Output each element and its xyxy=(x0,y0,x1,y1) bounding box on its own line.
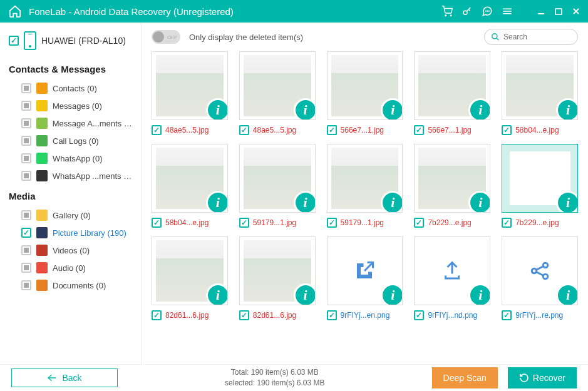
sidebar-item[interactable]: Message A...ments (0) xyxy=(9,114,133,132)
info-badge-icon[interactable]: i xyxy=(556,98,578,120)
thumbnail-card[interactable]: i48ae5...5.jpg xyxy=(239,51,316,135)
chat-icon[interactable] xyxy=(482,6,493,17)
device-checkbox[interactable] xyxy=(9,36,19,46)
thumbnail-checkbox[interactable] xyxy=(327,218,337,228)
info-badge-icon[interactable]: i xyxy=(206,191,228,213)
thumbnail[interactable]: i xyxy=(414,144,490,213)
sidebar-item[interactable]: Contacts (0) xyxy=(9,79,133,97)
sidebar-item[interactable]: Gallery (0) xyxy=(9,206,133,224)
recover-button[interactable]: Recover xyxy=(508,367,577,388)
thumbnail[interactable]: i xyxy=(327,144,403,213)
thumbnail-card[interactable]: i9rFIYj...nd.png xyxy=(414,236,490,320)
search-box[interactable] xyxy=(484,29,578,45)
thumbnail-checkbox[interactable] xyxy=(502,218,512,228)
thumbnail-card[interactable]: i59179...1.jpg xyxy=(239,144,316,228)
thumbnail-checkbox[interactable] xyxy=(414,310,424,320)
thumbnail-card[interactable]: i82d61...6.jpg xyxy=(152,236,228,320)
thumbnail-card[interactable]: i7b229...e.jpg xyxy=(502,144,578,228)
thumbnail[interactable]: i xyxy=(239,236,316,305)
thumbnail-card[interactable]: i9rFIYj...en.png xyxy=(327,236,403,320)
thumbnail[interactable]: i xyxy=(152,144,228,213)
thumbnail-checkbox[interactable] xyxy=(239,125,249,135)
info-badge-icon[interactable]: i xyxy=(468,191,490,213)
thumbnail-checkbox[interactable] xyxy=(502,310,512,320)
info-badge-icon[interactable]: i xyxy=(294,98,316,120)
item-checkbox[interactable] xyxy=(21,245,31,255)
item-checkbox[interactable] xyxy=(21,210,31,220)
cart-icon[interactable] xyxy=(441,6,453,17)
thumbnail-checkbox[interactable] xyxy=(327,125,337,135)
key-icon[interactable] xyxy=(462,6,473,17)
back-button[interactable]: Back xyxy=(11,368,118,387)
menu-icon[interactable] xyxy=(502,6,513,17)
item-checkbox[interactable] xyxy=(21,280,31,290)
thumbnail-card[interactable]: i59179...1.jpg xyxy=(327,144,403,228)
info-badge-icon[interactable]: i xyxy=(206,98,228,120)
maximize-button[interactable] xyxy=(554,7,563,16)
device-row[interactable]: HUAWEI (FRD-AL10) xyxy=(9,29,133,55)
sidebar-item[interactable]: WhatsApp (0) xyxy=(9,150,133,167)
info-badge-icon[interactable]: i xyxy=(556,283,578,305)
info-badge-icon[interactable]: i xyxy=(381,191,403,213)
only-deleted-toggle[interactable]: OFF xyxy=(152,30,180,44)
search-input[interactable] xyxy=(503,33,571,41)
info-badge-icon[interactable]: i xyxy=(206,283,228,305)
item-checkbox[interactable] xyxy=(21,118,31,128)
info-badge-icon[interactable]: i xyxy=(294,283,316,305)
sidebar-item[interactable]: Audio (0) xyxy=(9,259,133,277)
sidebar-item[interactable]: Documents (0) xyxy=(9,277,133,294)
thumbnail[interactable]: i xyxy=(152,236,228,305)
thumbnail[interactable]: i xyxy=(152,51,228,120)
thumbnail[interactable]: i xyxy=(239,51,316,120)
sidebar-item[interactable]: Call Logs (0) xyxy=(9,132,133,150)
thumbnail-card[interactable]: i58b04...e.jpg xyxy=(502,51,578,135)
sidebar-item[interactable]: Messages (0) xyxy=(9,97,133,114)
item-checkbox[interactable] xyxy=(21,171,31,181)
item-checkbox[interactable] xyxy=(21,263,31,273)
thumbnail[interactable]: i xyxy=(327,51,403,120)
item-checkbox[interactable] xyxy=(21,83,31,93)
home-icon[interactable] xyxy=(8,4,23,19)
thumbnail-card[interactable]: i566e7...1.jpg xyxy=(414,51,490,135)
thumbnail-checkbox[interactable] xyxy=(152,310,162,320)
minimize-button[interactable] xyxy=(537,7,545,16)
thumbnail-card[interactable]: i9rFIYj...re.png xyxy=(502,236,578,320)
info-badge-icon[interactable]: i xyxy=(468,283,490,305)
thumbnail-checkbox[interactable] xyxy=(239,218,249,228)
thumbnail[interactable]: i xyxy=(414,51,490,120)
thumbnail-checkbox[interactable] xyxy=(502,125,512,135)
thumbnail[interactable]: i xyxy=(502,51,578,120)
thumbnail[interactable]: i xyxy=(502,236,578,305)
thumbnail-label-row: 48ae5...5.jpg xyxy=(239,125,316,135)
thumbnail[interactable]: i xyxy=(502,144,578,213)
item-checkbox[interactable] xyxy=(21,228,31,238)
thumbnail[interactable]: i xyxy=(239,144,316,213)
thumbnail-checkbox[interactable] xyxy=(152,125,162,135)
thumbnail-card[interactable]: i58b04...e.jpg xyxy=(152,144,228,228)
thumbnail-card[interactable]: i48ae5...5.jpg xyxy=(152,51,228,135)
thumbnail-checkbox[interactable] xyxy=(152,218,162,228)
thumbnail-checkbox[interactable] xyxy=(414,125,424,135)
sidebar-item[interactable]: WhatsApp ...ments (0) xyxy=(9,167,133,185)
item-checkbox[interactable] xyxy=(21,101,31,111)
thumbnail-checkbox[interactable] xyxy=(327,310,337,320)
thumbnail-card[interactable]: i7b229...e.jpg xyxy=(414,144,490,228)
item-checkbox[interactable] xyxy=(21,136,31,146)
info-badge-icon[interactable]: i xyxy=(381,283,403,305)
info-badge-icon[interactable]: i xyxy=(468,98,490,120)
info-badge-icon[interactable]: i xyxy=(556,191,578,213)
thumbnail-checkbox[interactable] xyxy=(239,310,249,320)
thumbnail[interactable]: i xyxy=(414,236,490,305)
thumbnail-filename: 48ae5...5.jpg xyxy=(165,126,209,135)
item-checkbox[interactable] xyxy=(21,153,31,163)
thumbnail-card[interactable]: i566e7...1.jpg xyxy=(327,51,403,135)
thumbnail[interactable]: i xyxy=(327,236,403,305)
thumbnail-checkbox[interactable] xyxy=(414,218,424,228)
close-button[interactable] xyxy=(572,7,580,16)
sidebar-item[interactable]: Videos (0) xyxy=(9,241,133,259)
info-badge-icon[interactable]: i xyxy=(381,98,403,120)
deep-scan-button[interactable]: Deep Scan xyxy=(432,367,498,388)
info-badge-icon[interactable]: i xyxy=(294,191,316,213)
sidebar-item[interactable]: Picture Library (190) xyxy=(9,224,133,241)
thumbnail-card[interactable]: i82d61...6.jpg xyxy=(239,236,316,320)
